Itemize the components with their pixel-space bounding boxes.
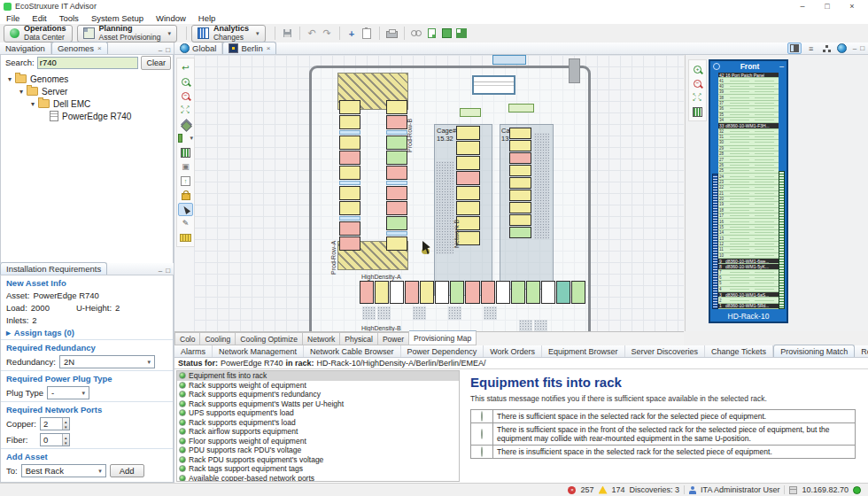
maximize-icon[interactable]: □ bbox=[166, 267, 170, 275]
map-rack[interactable] bbox=[456, 201, 480, 215]
tab-server-discoveries[interactable]: Server Discoveries bbox=[625, 345, 706, 357]
minimize-icon[interactable]: – bbox=[159, 46, 162, 54]
power-panel[interactable] bbox=[460, 108, 481, 117]
check-item-rack-tags-support-equipment-tags[interactable]: Rack tags support equipment tags bbox=[177, 464, 459, 474]
tab-global[interactable]: Global bbox=[174, 43, 222, 54]
map-rack[interactable] bbox=[481, 281, 495, 304]
map-rack[interactable] bbox=[541, 281, 555, 304]
floor-paint-icon[interactable]: ▾ bbox=[178, 132, 193, 145]
fit-view-icon[interactable]: ↖↗↙↘ bbox=[178, 104, 193, 117]
back-icon[interactable]: ↩ bbox=[178, 61, 193, 74]
map-rack[interactable] bbox=[456, 141, 480, 155]
redo-button[interactable]: ↷ bbox=[320, 27, 335, 41]
map-rack[interactable] bbox=[386, 115, 407, 129]
map-rack[interactable] bbox=[386, 166, 407, 180]
layers-icon[interactable] bbox=[178, 118, 193, 131]
map-rack[interactable] bbox=[456, 186, 480, 200]
row-separator[interactable] bbox=[386, 130, 407, 135]
row-separator[interactable] bbox=[386, 231, 407, 236]
row-separator[interactable] bbox=[339, 216, 360, 221]
plug-type-select[interactable]: - ▾ bbox=[47, 386, 89, 399]
copper-stepper[interactable]: 2 ▴▾ bbox=[40, 417, 70, 430]
map-rack[interactable] bbox=[509, 214, 531, 226]
minimize-icon[interactable]: – bbox=[159, 267, 162, 275]
toggle-panel-icon[interactable] bbox=[787, 43, 802, 54]
rack-stripe-icon[interactable] bbox=[178, 146, 193, 159]
add-item-button[interactable] bbox=[439, 27, 454, 41]
map-rack[interactable] bbox=[339, 236, 360, 251]
chevron-down-icon[interactable]: ▾ bbox=[256, 30, 260, 37]
fiber-stepper[interactable]: 0 ▴▾ bbox=[40, 433, 70, 446]
redundancy-select[interactable]: 2N ▾ bbox=[59, 355, 155, 368]
check-item-rack-pdu-supports-equipment-s-voltage[interactable]: Rack PDU supports equipment's voltage bbox=[177, 455, 459, 465]
lock-icon[interactable] bbox=[178, 189, 193, 202]
map-rack[interactable] bbox=[386, 216, 407, 230]
expand-arrow-icon[interactable]: ▾ bbox=[4, 75, 15, 83]
map-rack[interactable] bbox=[339, 136, 360, 150]
tree-item-dell-emc[interactable]: ▾Dell EMC bbox=[1, 97, 173, 110]
map-rack[interactable] bbox=[511, 281, 525, 304]
clear-search-button[interactable]: Clear bbox=[141, 56, 171, 70]
map-rack[interactable] bbox=[386, 151, 407, 165]
hierarchy-view-icon[interactable] bbox=[821, 43, 833, 53]
map-rack[interactable] bbox=[339, 100, 360, 114]
expand-arrow-icon[interactable]: ▾ bbox=[27, 100, 38, 108]
tab-berlin[interactable]: Berlin× bbox=[222, 42, 276, 54]
menu-system-setup[interactable]: System Setup bbox=[85, 13, 150, 23]
map-rack[interactable] bbox=[509, 165, 531, 176]
move-tool-button[interactable]: + bbox=[345, 27, 360, 41]
rack-front-view[interactable]: Front – 4216 Port Patch Panel41403938373… bbox=[709, 59, 788, 323]
close-icon[interactable]: × bbox=[840, 1, 864, 12]
maximize-icon[interactable]: □ bbox=[860, 44, 864, 52]
map-rack[interactable] bbox=[339, 115, 360, 129]
measure-icon[interactable] bbox=[178, 231, 193, 244]
zoom-out-icon[interactable]: − bbox=[178, 89, 193, 103]
warning-icon[interactable] bbox=[599, 486, 608, 494]
map-rack[interactable] bbox=[509, 202, 531, 213]
tab-provisioning-match[interactable]: Provisioning Match bbox=[773, 345, 855, 357]
check-item-available-copper-based-network-ports[interactable]: Available copper-based network ports bbox=[177, 474, 459, 483]
tab-work-orders[interactable]: Work Orders bbox=[484, 345, 542, 357]
map-rack[interactable] bbox=[496, 281, 510, 304]
check-item-rack-supports-weight-of-equipment[interactable]: Rack supports weight of equipment bbox=[177, 381, 459, 391]
globe-view-icon[interactable] bbox=[837, 43, 849, 53]
map-rack[interactable] bbox=[456, 216, 480, 230]
menu-file[interactable]: File bbox=[0, 13, 26, 23]
add-button[interactable]: Add bbox=[110, 464, 144, 477]
map-rack[interactable] bbox=[339, 166, 360, 180]
maximize-icon[interactable]: □ bbox=[815, 1, 840, 12]
check-item-rack-airflow-supports-equipment[interactable]: Rack airflow supports equipment bbox=[177, 427, 459, 437]
tab-cooling-optimize[interactable]: Cooling Optimize bbox=[236, 332, 303, 345]
bay-view-icon[interactable] bbox=[690, 105, 705, 119]
map-rack[interactable] bbox=[420, 281, 434, 304]
check-item-rack-supports-equipment-s-load[interactable]: Rack supports equipment's load bbox=[177, 418, 459, 428]
check-item-rack-supports-equipment-s-watts-per-u-height[interactable]: Rack supports equipment's Watts per U-he… bbox=[177, 399, 459, 409]
tab-network[interactable]: Network bbox=[303, 332, 340, 345]
map-rack[interactable] bbox=[435, 281, 449, 304]
map-rack[interactable] bbox=[571, 281, 585, 304]
planning-perspective-button[interactable]: Planning Asset Provisioning ▾ bbox=[77, 25, 177, 43]
search-input[interactable] bbox=[37, 57, 139, 69]
zoom-in-icon[interactable]: + bbox=[690, 63, 705, 76]
tab-navigation[interactable]: Navigation bbox=[0, 43, 51, 54]
paste-button[interactable] bbox=[360, 27, 375, 41]
tree-item-genomes[interactable]: ▾Genomes bbox=[1, 73, 173, 85]
menu-help[interactable]: Help bbox=[192, 13, 222, 23]
tab-power-dependency[interactable]: Power Dependency bbox=[401, 345, 484, 357]
check-item-pdu-supports-rack-pdu-s-voltage[interactable]: PDU supports rack PDU's voltage bbox=[177, 446, 459, 455]
fit-view-icon[interactable]: ↖↗↙↘ bbox=[690, 91, 705, 105]
save-button[interactable] bbox=[280, 27, 295, 41]
stamp-icon[interactable]: ▣ bbox=[178, 160, 193, 174]
minimize-icon[interactable]: – bbox=[853, 44, 856, 52]
check-item-floor-supports-weight-of-equipment[interactable]: Floor supports weight of equipment bbox=[177, 437, 459, 446]
rack-slot-1[interactable]: 1d8360-10-WM1-5Rd... bbox=[718, 304, 779, 309]
map-rack[interactable] bbox=[509, 128, 531, 139]
menu-tools[interactable]: Tools bbox=[53, 13, 85, 23]
map-rack[interactable] bbox=[339, 151, 360, 165]
equipment-label-box[interactable] bbox=[472, 75, 515, 95]
import-grid-button[interactable] bbox=[454, 27, 469, 41]
power-panel[interactable] bbox=[508, 104, 534, 112]
minimize-icon[interactable]: – bbox=[779, 64, 784, 69]
map-rack[interactable] bbox=[509, 152, 531, 164]
tab-provisioning-map[interactable]: Provisioning Map bbox=[409, 330, 477, 345]
